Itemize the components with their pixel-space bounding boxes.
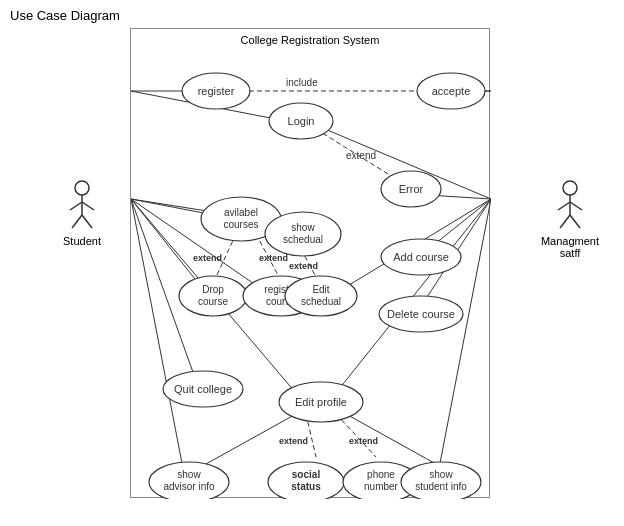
- svg-text:Add course: Add course: [393, 251, 449, 263]
- page-container: Use Case Diagram Student Managment satff…: [0, 0, 624, 526]
- svg-text:phone: phone: [367, 469, 395, 480]
- svg-line-8: [558, 202, 570, 210]
- page-title: Use Case Diagram: [10, 8, 120, 23]
- svg-text:course: course: [198, 296, 228, 307]
- diagram-area: College Registration System: [130, 28, 490, 498]
- svg-line-10: [560, 215, 570, 228]
- svg-text:status: status: [291, 481, 321, 492]
- svg-text:schedual: schedual: [283, 234, 323, 245]
- svg-text:show: show: [429, 469, 453, 480]
- svg-text:avilabel: avilabel: [224, 207, 258, 218]
- svg-line-2: [70, 202, 82, 210]
- svg-text:courses: courses: [223, 219, 258, 230]
- actor-staff: Managment satff: [540, 180, 600, 259]
- actor-student: Student: [52, 180, 112, 247]
- svg-line-20: [131, 199, 186, 484]
- svg-text:Edit: Edit: [312, 284, 329, 295]
- svg-text:include: include: [286, 77, 318, 88]
- svg-line-3: [82, 202, 94, 210]
- svg-point-0: [75, 181, 89, 195]
- student-label: Student: [52, 235, 112, 247]
- svg-point-6: [563, 181, 577, 195]
- svg-line-5: [82, 215, 92, 228]
- svg-text:accepte: accepte: [432, 85, 471, 97]
- svg-text:number: number: [364, 481, 399, 492]
- svg-text:social: social: [292, 469, 321, 480]
- svg-line-9: [570, 202, 582, 210]
- svg-text:extend: extend: [259, 253, 288, 263]
- svg-text:advisor info: advisor info: [163, 481, 215, 492]
- svg-text:extend: extend: [349, 436, 378, 446]
- svg-text:extend: extend: [289, 261, 318, 271]
- svg-text:show: show: [291, 222, 315, 233]
- svg-text:schedual: schedual: [301, 296, 341, 307]
- svg-text:student info: student info: [415, 481, 467, 492]
- svg-text:show: show: [177, 469, 201, 480]
- svg-text:register: register: [198, 85, 235, 97]
- svg-text:Edit profile: Edit profile: [295, 396, 347, 408]
- svg-text:Error: Error: [399, 183, 424, 195]
- svg-text:Delete course: Delete course: [387, 308, 455, 320]
- svg-text:extend: extend: [193, 253, 222, 263]
- staff-label: Managment satff: [540, 235, 600, 259]
- svg-text:Login: Login: [288, 115, 315, 127]
- diagram-svg: accepte (dashed) --> include extend exte…: [131, 29, 491, 499]
- svg-text:Drop: Drop: [202, 284, 224, 295]
- svg-line-11: [570, 215, 580, 228]
- svg-text:Quit college: Quit college: [174, 383, 232, 395]
- svg-line-4: [72, 215, 82, 228]
- svg-text:extend: extend: [346, 150, 376, 161]
- svg-text:extend: extend: [279, 436, 308, 446]
